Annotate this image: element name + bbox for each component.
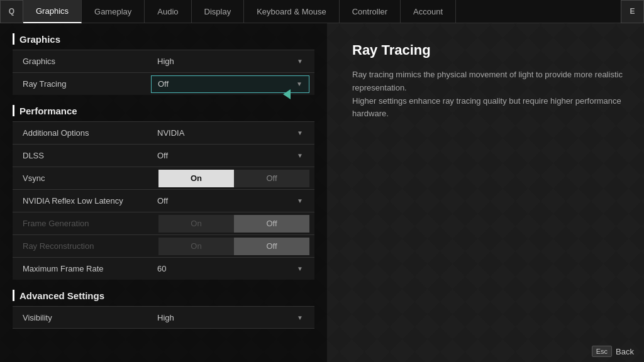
tab-controller[interactable]: Controller [340, 0, 401, 23]
nvidia-reflex-label: NVIDIA Reflex Low Latency [13, 196, 151, 206]
nvidia-reflex-control[interactable]: Off ▼ [151, 192, 314, 210]
frame-generation-label: Frame Generation [13, 219, 151, 228]
vsync-control[interactable]: On Off [151, 170, 314, 187]
tab-display[interactable]: Display [192, 0, 245, 23]
max-frame-rate-row[interactable]: Maximum Frame Rate 60 ▼ [13, 257, 314, 280]
max-frame-rate-label: Maximum Frame Rate [13, 264, 151, 273]
tab-keyboard-mouse[interactable]: Keyboard & Mouse [244, 0, 340, 23]
info-panel-description: Ray tracing mimics the physical movement… [352, 69, 625, 121]
graphics-section-title: Graphics [19, 34, 60, 45]
graphics-quality-dropdown[interactable]: High ▼ [151, 53, 309, 70]
q-key[interactable]: Q [0, 0, 23, 23]
nvidia-reflex-dropdown[interactable]: Off ▼ [151, 192, 309, 210]
graphics-quality-control[interactable]: High ▼ [151, 53, 314, 70]
ray-reconstruction-toggle-group: On Off [158, 238, 309, 255]
main-layout: Graphics Graphics High ▼ Ray Tracing Off… [0, 23, 644, 362]
frame-gen-off-button: Off [234, 215, 309, 233]
back-label: Back [616, 347, 634, 356]
ray-tracing-row[interactable]: Ray Tracing Off ▼ [13, 72, 314, 95]
info-line-3: Higher settings enhance ray tracing qual… [352, 96, 621, 106]
graphics-quality-value: High [157, 57, 174, 66]
tab-graphics[interactable]: Graphics [23, 0, 82, 23]
ray-recon-off-button: Off [234, 238, 309, 255]
vsync-toggle-group[interactable]: On Off [158, 170, 309, 187]
additional-options-control[interactable]: NVIDIA ▼ [151, 124, 314, 142]
max-frame-rate-arrow: ▼ [297, 265, 303, 272]
ray-tracing-arrow: ▼ [296, 80, 303, 87]
e-key[interactable]: E [621, 0, 644, 23]
max-frame-rate-value: 60 [157, 264, 166, 273]
additional-options-arrow: ▼ [297, 129, 303, 136]
max-frame-rate-dropdown[interactable]: 60 ▼ [151, 260, 309, 278]
ray-tracing-value: Off [158, 79, 169, 89]
tab-gameplay[interactable]: Gameplay [82, 0, 145, 23]
visibility-control[interactable]: High ▼ [151, 309, 314, 326]
info-line-4: hardware. [352, 109, 389, 118]
additional-options-dropdown[interactable]: NVIDIA ▼ [151, 124, 309, 142]
right-panel: Ray Tracing Ray tracing mimics the physi… [327, 23, 644, 362]
visibility-dropdown[interactable]: High ▼ [151, 309, 309, 326]
info-line-2: representation. [352, 83, 407, 92]
bottom-bar: Esc Back [592, 346, 634, 357]
graphics-quality-row[interactable]: Graphics High ▼ [13, 50, 314, 72]
ray-reconstruction-label: Ray Reconstruction [13, 241, 151, 251]
visibility-arrow: ▼ [297, 314, 303, 321]
info-panel-title: Ray Tracing [352, 42, 625, 58]
performance-section-header: Performance [13, 105, 314, 116]
cursor-indicator [283, 89, 291, 99]
info-line-1: Ray tracing mimics the physical movement… [352, 70, 623, 79]
frame-generation-toggle-group: On Off [158, 215, 309, 233]
vsync-row[interactable]: Vsync On Off [13, 167, 314, 189]
visibility-label: Visibility [13, 313, 151, 322]
vsync-off-button[interactable]: Off [234, 170, 309, 187]
ray-reconstruction-row: Ray Reconstruction On Off [13, 234, 314, 257]
section-bar [13, 33, 14, 45]
performance-section-bar [13, 105, 14, 116]
graphics-quality-label: Graphics [13, 57, 151, 66]
frame-generation-row: Frame Generation On Off [13, 212, 314, 234]
dlss-row[interactable]: DLSS Off ▼ [13, 144, 314, 167]
additional-options-value: NVIDIA [157, 128, 184, 138]
frame-generation-control: On Off [151, 215, 314, 233]
tab-audio[interactable]: Audio [145, 0, 191, 23]
vsync-on-button[interactable]: On [158, 170, 234, 187]
left-panel: Graphics Graphics High ▼ Ray Tracing Off… [0, 23, 327, 362]
dlss-value: Off [157, 151, 168, 160]
advanced-section-header: Advanced Settings [13, 290, 314, 301]
nav-bar: Q Graphics Gameplay Audio Display Keyboa… [0, 0, 644, 23]
nvidia-reflex-row[interactable]: NVIDIA Reflex Low Latency Off ▼ [13, 189, 314, 212]
ray-tracing-label: Ray Tracing [13, 79, 151, 89]
max-frame-rate-control[interactable]: 60 ▼ [151, 260, 314, 278]
graphics-section-header: Graphics [13, 33, 314, 45]
dlss-arrow: ▼ [297, 152, 303, 159]
nvidia-reflex-arrow: ▼ [297, 197, 303, 204]
advanced-section-bar [13, 290, 14, 301]
performance-section-title: Performance [19, 106, 77, 116]
dlss-dropdown[interactable]: Off ▼ [151, 147, 309, 165]
tab-account[interactable]: Account [401, 0, 456, 23]
ray-recon-on-button: On [158, 238, 234, 255]
ray-reconstruction-control: On Off [151, 238, 314, 255]
graphics-quality-arrow: ▼ [297, 58, 303, 65]
visibility-row[interactable]: Visibility High ▼ [13, 306, 314, 329]
vsync-label: Vsync [13, 173, 151, 183]
nvidia-reflex-value: Off [157, 196, 168, 206]
dlss-label: DLSS [13, 151, 151, 160]
additional-options-label: Additional Options [13, 128, 151, 138]
esc-key[interactable]: Esc [592, 346, 612, 357]
advanced-section-title: Advanced Settings [19, 290, 104, 301]
dlss-control[interactable]: Off ▼ [151, 147, 314, 165]
additional-options-row[interactable]: Additional Options NVIDIA ▼ [13, 121, 314, 144]
visibility-value: High [157, 313, 174, 322]
frame-gen-on-button: On [158, 215, 234, 233]
